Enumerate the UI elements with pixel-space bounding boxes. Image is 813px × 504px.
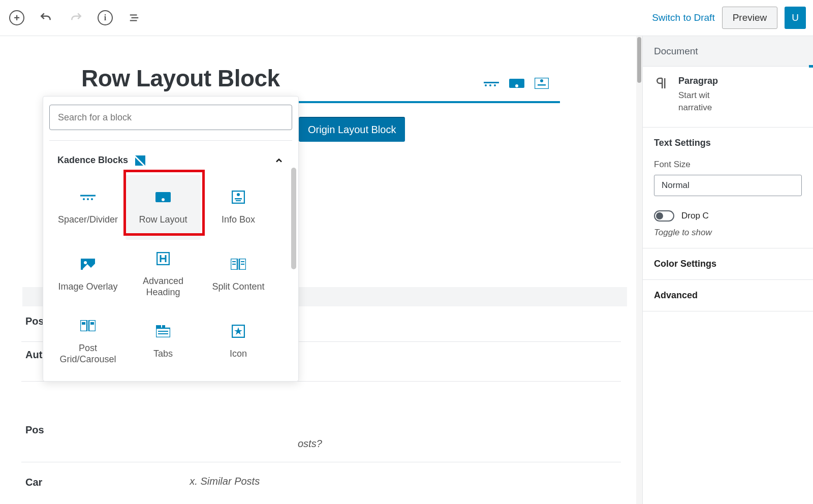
spacer-icon[interactable]	[484, 78, 499, 89]
image-overlay-icon	[80, 257, 96, 272]
svg-rect-35	[89, 320, 96, 331]
drop-cap-note: Toggle to show	[654, 228, 802, 238]
svg-point-8	[515, 84, 518, 87]
svg-point-21	[237, 193, 240, 196]
add-block-button[interactable]	[9, 10, 24, 25]
block-tabs[interactable]: Tabs	[126, 309, 201, 374]
block-label: Advanced Heading	[126, 275, 201, 298]
svg-rect-40	[162, 325, 165, 328]
row-label-pos2[interactable]: Pos	[0, 415, 642, 438]
font-size-select[interactable]: Normal	[654, 175, 802, 196]
block-split-content[interactable]: Split Content	[201, 242, 276, 307]
switch-to-draft-button[interactable]: Switch to Draft	[652, 12, 715, 23]
split-content-icon	[231, 257, 246, 272]
preview-button[interactable]: Preview	[722, 7, 778, 29]
block-search-field[interactable]	[49, 105, 292, 130]
svg-rect-34	[80, 320, 87, 331]
inserter-scrollbar[interactable]	[291, 168, 296, 269]
svg-rect-3	[484, 82, 499, 83]
info-button[interactable]	[98, 10, 113, 25]
paragraph-icon	[654, 76, 669, 91]
color-settings-panel[interactable]: Color Settings	[643, 248, 813, 280]
block-label: Spacer/Divider	[58, 214, 118, 226]
settings-sidebar: Document Paragrap Start wit narrative Te…	[642, 36, 813, 504]
block-info-box[interactable]: Info Box	[201, 175, 276, 240]
svg-rect-23	[236, 200, 241, 201]
editor-canvas: Row Layout Block + Origin Layout Block P…	[0, 36, 642, 504]
svg-point-5	[489, 84, 491, 86]
block-label: Icon	[230, 348, 247, 360]
inserter-category-name: Kadence Blocks	[57, 155, 128, 166]
info-box-icon[interactable]	[535, 78, 549, 89]
svg-rect-22	[235, 198, 242, 200]
svg-point-6	[494, 84, 496, 86]
row-layout-icon	[155, 190, 171, 205]
block-info-panel: Paragrap Start wit narrative	[643, 67, 813, 128]
row-layout-icon[interactable]	[509, 78, 524, 89]
svg-point-16	[87, 198, 89, 200]
inserter-category-header[interactable]: Kadence Blocks	[43, 141, 298, 168]
svg-rect-11	[538, 84, 546, 86]
spacer-divider-icon	[80, 190, 96, 205]
svg-rect-37	[90, 322, 94, 325]
block-advanced-heading[interactable]: Advanced Heading	[126, 242, 201, 307]
font-size-label: Font Size	[654, 160, 802, 170]
block-inserter-popover: Kadence Blocks Spacer/Divider	[43, 96, 299, 382]
block-label: Image Overlay	[58, 281, 117, 293]
scrollbar[interactable]	[636, 36, 642, 504]
toolbar-left	[9, 9, 143, 27]
tab-document[interactable]: Document	[643, 36, 813, 67]
update-button[interactable]: U	[785, 7, 806, 29]
block-description: Start wit narrative	[678, 89, 718, 114]
block-icon[interactable]: Icon	[201, 309, 276, 374]
block-label: Info Box	[222, 214, 255, 226]
text-settings-title: Text Settings	[654, 138, 802, 148]
hint-similar: x. Similar Posts	[42, 476, 260, 487]
active-tab-indicator	[809, 65, 813, 68]
svg-point-19	[162, 198, 165, 201]
top-toolbar: Switch to Draft Preview U	[0, 0, 813, 36]
block-label: Post Grid/Carousel	[50, 342, 126, 365]
outline-button[interactable]	[125, 9, 143, 27]
svg-rect-36	[82, 322, 85, 325]
page-title[interactable]: Row Layout Block	[81, 65, 642, 92]
block-label: Row Layout	[139, 214, 187, 226]
text-settings-panel: Text Settings Font Size Normal Drop C To…	[643, 128, 813, 248]
kadence-logo-icon	[135, 155, 145, 166]
svg-point-10	[540, 79, 543, 82]
redo-button[interactable]	[67, 9, 85, 27]
advanced-heading-icon	[155, 251, 171, 266]
block-post-grid-carousel[interactable]: Post Grid/Carousel	[50, 309, 126, 374]
svg-rect-38	[156, 328, 170, 337]
info-box-icon	[231, 190, 246, 205]
workspace: Row Layout Block + Origin Layout Block P…	[0, 36, 813, 504]
hint-posts: osts?	[0, 438, 642, 450]
drop-cap-toggle[interactable]	[654, 210, 674, 222]
toolbar-right: Switch to Draft Preview U	[652, 7, 806, 29]
svg-point-17	[91, 198, 93, 200]
block-label: Tabs	[153, 348, 173, 360]
block-name: Paragrap	[678, 76, 718, 86]
undo-button[interactable]	[37, 9, 55, 27]
svg-point-25	[84, 261, 87, 264]
chevron-up-icon[interactable]	[274, 155, 284, 166]
svg-rect-39	[156, 325, 161, 328]
row-label-car[interactable]: Car	[0, 467, 42, 497]
svg-marker-44	[234, 327, 242, 335]
svg-rect-20	[232, 191, 244, 203]
block-preview-icons	[484, 78, 549, 89]
drop-cap-label: Drop C	[681, 211, 709, 221]
svg-point-15	[83, 198, 85, 200]
tabs-icon	[155, 324, 171, 339]
block-label: Split Content	[212, 281, 264, 293]
svg-point-4	[485, 84, 487, 86]
icon-block-icon	[231, 324, 246, 339]
post-grid-icon	[80, 318, 96, 333]
origin-layout-block-button[interactable]: Origin Layout Block	[299, 117, 405, 142]
block-search-input[interactable]	[58, 112, 284, 123]
inserter-block-grid: Spacer/Divider Row Layout Info Box	[50, 175, 298, 374]
advanced-panel[interactable]: Advanced	[643, 280, 813, 311]
block-row-layout[interactable]: Row Layout	[126, 175, 201, 240]
block-image-overlay[interactable]: Image Overlay	[50, 242, 126, 307]
block-spacer-divider[interactable]: Spacer/Divider	[50, 175, 126, 240]
